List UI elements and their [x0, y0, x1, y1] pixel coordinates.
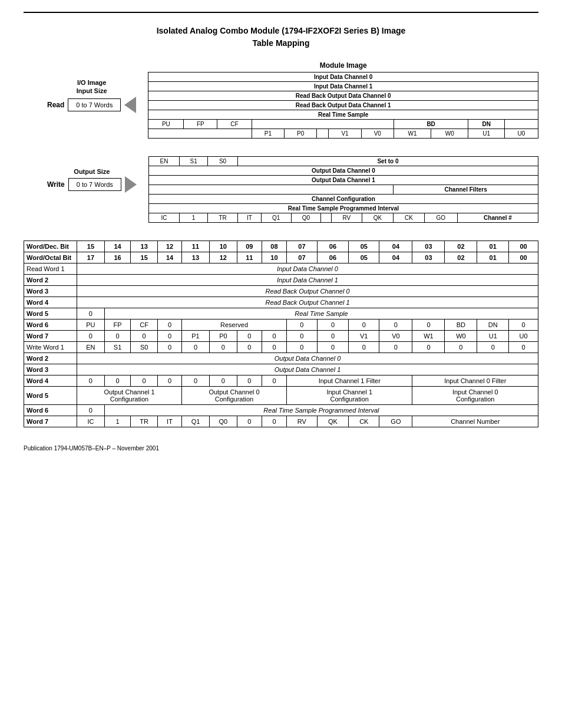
module-cell: IT — [237, 213, 261, 223]
module-cell: CF — [217, 120, 252, 129]
row-cell: 0 — [349, 319, 379, 331]
row-cell: BD — [445, 319, 477, 331]
table-row: Word 6 PU FP CF 0 Reserved 0 0 0 0 0 BD … — [24, 319, 538, 331]
col-header: 07 — [287, 252, 318, 263]
row-cell: QK — [317, 416, 348, 427]
row-cell: W1 — [412, 331, 445, 342]
module-cell — [504, 120, 538, 129]
row-cell: 0 — [509, 342, 538, 353]
col-header: 14 — [104, 241, 130, 252]
col-header: Word/Octal Bit — [24, 252, 77, 263]
table-row: Word 7 IC 1 TR IT Q1 Q0 0 0 RV QK CK GO … — [24, 416, 538, 427]
input-size-label: Input Size — [77, 87, 107, 94]
row-cell: 0 — [104, 375, 130, 387]
write-arrow-icon — [125, 176, 137, 193]
col-header: 16 — [104, 252, 130, 263]
row-cell: Channel Number — [412, 416, 538, 427]
row-cell: Q1 — [182, 416, 210, 427]
row-cell: W0 — [445, 331, 477, 342]
row-cell: 0 — [477, 342, 509, 353]
col-header: 06 — [317, 241, 348, 252]
row-cell: Reserved — [182, 319, 287, 331]
row-cell: 0 — [262, 331, 286, 342]
col-header: 01 — [477, 252, 509, 263]
col-header: 00 — [509, 241, 538, 252]
module-cell: Q1 — [261, 213, 291, 223]
row-cell: 0 — [379, 342, 412, 353]
col-header: 14 — [157, 252, 181, 263]
row-cell: Output Channel 1Configuration — [77, 387, 182, 405]
row-label: Word 7 — [24, 331, 77, 342]
row-label: Word 5 — [24, 387, 77, 405]
row-cell: FP — [104, 319, 130, 331]
row-cell: Input Channel 0Configuration — [412, 387, 538, 405]
col-header: 12 — [209, 252, 237, 263]
module-row: Input Data Channel 0 — [148, 73, 538, 82]
row-data: Output Data Channel 1 — [77, 364, 538, 375]
row-cell: PU — [77, 319, 105, 331]
col-header: 08 — [262, 241, 286, 252]
module-row: Read Back Output Data Channel 0 — [148, 91, 538, 101]
module-cell — [148, 185, 393, 195]
row-cell: 0 — [317, 342, 348, 353]
col-header: 07 — [287, 241, 318, 252]
row-cell: V0 — [379, 331, 412, 342]
col-header: 15 — [131, 252, 158, 263]
module-row: Read Back Output Data Channel 1 — [148, 101, 538, 110]
module-cell: Q0 — [291, 213, 321, 223]
row-data: Read Back Output Channel 1 — [77, 297, 538, 308]
module-cell: Set to 0 — [237, 157, 538, 166]
module-cell — [321, 213, 331, 223]
main-data-table: Word/Dec. Bit 15 14 13 12 11 10 09 08 07… — [24, 241, 538, 427]
module-cell: V1 — [329, 129, 361, 139]
module-cell: IC — [148, 213, 179, 223]
table-row: Word 5 Output Channel 1Configuration Out… — [24, 387, 538, 405]
module-cell: V0 — [361, 129, 394, 139]
col-header: 09 — [237, 241, 262, 252]
row-cell: 0 — [182, 375, 210, 387]
module-row: Input Data Channel 1 — [148, 82, 538, 91]
module-cell: Channel # — [457, 213, 538, 223]
row-cell: 0 — [237, 342, 262, 353]
module-cell: 1 — [180, 213, 208, 223]
col-header: 10 — [209, 241, 237, 252]
col-header: 13 — [182, 252, 210, 263]
module-row: Real Time Sample Programmed Interval — [148, 204, 538, 213]
row-cell: IC — [77, 416, 105, 427]
row-label: Word 5 — [24, 308, 77, 319]
row-cell: 1 — [104, 416, 130, 427]
module-cell: PU — [148, 120, 184, 129]
row-cell: 0 — [209, 342, 237, 353]
write-module-table: EN S1 S0 Set to 0 Output Data Channel 0 … — [148, 156, 538, 223]
read-word-box: 0 to 7 Words — [68, 98, 121, 111]
footer-text: Publication 1794-UM057B–EN–P – November … — [24, 445, 159, 452]
footer: Publication 1794-UM057B–EN–P – November … — [24, 445, 538, 452]
row-cell: 0 — [262, 375, 286, 387]
module-cell: CK — [394, 213, 424, 223]
row-cell: 0 — [317, 331, 348, 342]
module-cell: W1 — [394, 129, 431, 139]
col-header: 04 — [379, 241, 412, 252]
table-row: Read Word 1 Input Data Channel 0 — [24, 263, 538, 275]
module-cell: RV — [331, 213, 362, 223]
table-row: Word 7 0 0 0 0 P1 P0 0 0 0 0 V1 V0 W1 W0… — [24, 331, 538, 342]
read-module-image: Module Image Input Data Channel 0 Input … — [148, 61, 538, 139]
row-cell: 0 — [104, 331, 130, 342]
row-cell: S0 — [131, 342, 158, 353]
row-cell: U0 — [509, 331, 538, 342]
module-cell: FP — [184, 120, 217, 129]
module-cell: P1 — [252, 129, 284, 139]
module-cell: Channel Filters — [394, 185, 538, 195]
row-cell: Input Channel 1Configuration — [287, 387, 412, 405]
module-cell: DN — [468, 120, 505, 129]
row-label: Word 2 — [24, 275, 77, 286]
row-cell: Input Channel 0 Filter — [412, 375, 538, 387]
table-row: Word 4 0 0 0 0 0 0 0 0 Input Channel 1 F… — [24, 375, 538, 387]
row-label: Word 3 — [24, 364, 77, 375]
module-cell: TR — [208, 213, 238, 223]
col-header: 04 — [379, 252, 412, 263]
row-cell: 0 — [157, 331, 181, 342]
row-cell: 0 — [237, 375, 262, 387]
module-cell: EN — [148, 157, 179, 166]
col-header: 17 — [77, 252, 105, 263]
